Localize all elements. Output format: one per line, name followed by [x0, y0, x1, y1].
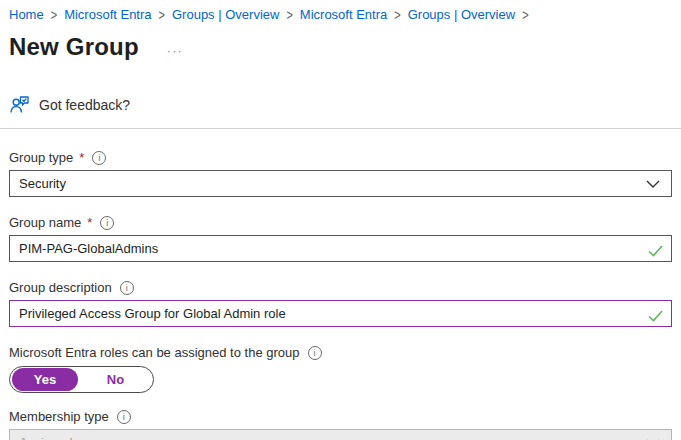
more-options-icon[interactable]: ···	[167, 43, 183, 58]
title-row: New Group ···	[0, 33, 681, 61]
feedback-section: Got feedback?	[0, 94, 681, 129]
field-group-type: Group type * i Security	[9, 150, 672, 197]
info-icon[interactable]: i	[120, 281, 134, 295]
chevron-down-icon	[646, 180, 660, 188]
group-type-value: Security	[19, 176, 66, 191]
got-feedback-button[interactable]: Got feedback?	[9, 94, 130, 115]
group-description-value: Privileged Access Group for Global Admin…	[19, 306, 286, 321]
group-name-control: PIM-PAG-GlobalAdmins	[9, 235, 672, 262]
got-feedback-label: Got feedback?	[39, 97, 130, 113]
info-icon[interactable]: i	[92, 151, 106, 165]
validation-check-icon	[648, 243, 663, 261]
new-group-page: Home > Microsoft Entra > Groups | Overvi…	[0, 0, 681, 440]
breadcrumb-link-home[interactable]: Home	[9, 7, 44, 22]
group-description-label: Group description	[9, 280, 112, 296]
breadcrumb-link-microsoft-entra-2[interactable]: Microsoft Entra	[300, 7, 387, 22]
group-name-input[interactable]: PIM-PAG-GlobalAdmins	[9, 235, 672, 262]
info-icon[interactable]: i	[117, 410, 131, 424]
field-entra-roles-assignable: Microsoft Entra roles can be assigned to…	[9, 345, 672, 393]
chevron-right-icon: >	[286, 7, 292, 23]
chevron-right-icon: >	[522, 7, 528, 23]
page-title: New Group	[9, 33, 139, 61]
breadcrumb: Home > Microsoft Entra > Groups | Overvi…	[0, 0, 681, 22]
group-name-label: Group name	[9, 215, 81, 231]
field-group-description: Group description i Privileged Access Gr…	[9, 280, 672, 327]
membership-type-label: Membership type	[9, 409, 109, 425]
toggle-option-no[interactable]: No	[78, 367, 153, 392]
breadcrumb-link-groups-overview-1[interactable]: Groups | Overview	[172, 7, 279, 22]
breadcrumb-link-groups-overview-2[interactable]: Groups | Overview	[408, 7, 515, 22]
new-group-form: Group type * i Security Group name * i	[0, 150, 681, 440]
membership-type-value: Assigned	[19, 435, 72, 440]
membership-type-label-row: Membership type i	[9, 409, 672, 425]
group-type-label: Group type	[9, 150, 73, 166]
membership-type-select: Assigned	[9, 429, 672, 440]
entra-roles-label: Microsoft Entra roles can be assigned to…	[9, 345, 300, 361]
group-description-input[interactable]: Privileged Access Group for Global Admin…	[9, 300, 672, 327]
toggle-option-yes[interactable]: Yes	[12, 368, 78, 391]
field-membership-type: Membership type i Assigned	[9, 409, 672, 440]
group-name-value: PIM-PAG-GlobalAdmins	[19, 241, 158, 256]
group-type-label-row: Group type * i	[9, 150, 672, 166]
feedback-person-icon	[9, 94, 30, 115]
info-icon[interactable]: i	[100, 216, 114, 230]
info-icon[interactable]: i	[308, 346, 322, 360]
membership-type-control: Assigned	[9, 429, 672, 440]
group-type-control: Security	[9, 170, 672, 197]
group-description-label-row: Group description i	[9, 280, 672, 296]
validation-check-icon	[648, 308, 663, 326]
chevron-right-icon: >	[394, 7, 400, 23]
entra-roles-label-row: Microsoft Entra roles can be assigned to…	[9, 345, 672, 361]
group-type-select[interactable]: Security	[9, 170, 672, 197]
group-description-control: Privileged Access Group for Global Admin…	[9, 300, 672, 327]
required-asterisk: *	[79, 150, 84, 166]
group-name-label-row: Group name * i	[9, 215, 672, 231]
chevron-right-icon: >	[51, 7, 57, 23]
required-asterisk: *	[87, 215, 92, 231]
breadcrumb-link-microsoft-entra-1[interactable]: Microsoft Entra	[64, 7, 151, 22]
field-group-name: Group name * i PIM-PAG-GlobalAdmins	[9, 215, 672, 262]
entra-roles-toggle: Yes No	[9, 366, 154, 393]
chevron-right-icon: >	[159, 7, 165, 23]
